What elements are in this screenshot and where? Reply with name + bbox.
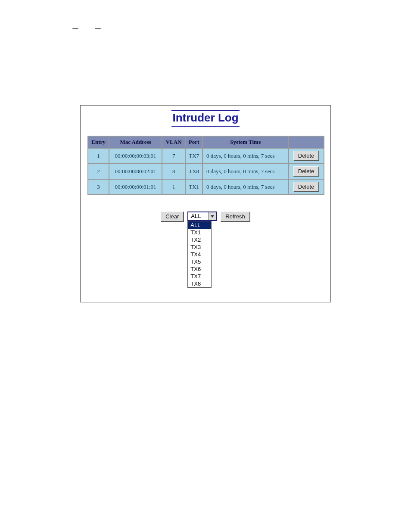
intruder-log-panel: Intruder Log Entry Mac Address VLAN Port…	[80, 105, 331, 302]
mark	[72, 28, 78, 29]
port-filter-dropdown: ALL TX1 TX2 TX3 TX4 TX5 TX6 TX7 TX8	[187, 221, 212, 288]
cell-vlan: 8	[162, 164, 185, 179]
delete-button[interactable]: Delete	[293, 166, 320, 177]
col-mac: Mac Address	[109, 137, 162, 148]
col-port: Port	[186, 137, 202, 148]
cell-mac: 00:00:00:00:03:01	[109, 149, 162, 163]
cell-port: TX7	[186, 149, 202, 163]
controls-bar: Clear ALL ALL TX1 TX2 TX3 TX4 T	[81, 212, 330, 222]
cell-entry: 2	[88, 164, 109, 179]
filter-option[interactable]: TX4	[188, 251, 211, 258]
cell-port: TX1	[186, 180, 202, 194]
mark	[95, 28, 101, 29]
filter-option[interactable]: ALL	[188, 221, 211, 229]
cell-time: 0 days, 0 hours, 0 mins, 7 secs	[203, 149, 288, 163]
col-vlan: VLAN	[162, 137, 185, 148]
filter-option[interactable]: TX5	[188, 258, 211, 265]
cell-time: 0 days, 0 hours, 0 mins, 7 secs	[203, 180, 288, 194]
cell-action: Delete	[289, 149, 324, 163]
filter-option[interactable]: TX7	[188, 273, 211, 280]
select-value: ALL	[188, 212, 208, 220]
cell-mac: 00:00:00:00:02:01	[109, 164, 162, 179]
filter-option[interactable]: TX3	[188, 243, 211, 251]
col-entry: Entry	[88, 137, 109, 148]
intruder-log-table: Entry Mac Address VLAN Port System Time …	[87, 136, 324, 195]
delete-button[interactable]: Delete	[293, 182, 320, 192]
port-filter-select[interactable]: ALL ALL TX1 TX2 TX3 TX4 TX5 TX6 TX7	[187, 212, 217, 221]
cell-vlan: 1	[162, 180, 185, 194]
filter-option[interactable]: TX1	[188, 229, 211, 236]
filter-option[interactable]: TX2	[188, 236, 211, 243]
table-row: 1 00:00:00:00:03:01 7 TX7 0 days, 0 hour…	[88, 149, 324, 163]
cell-port: TX8	[186, 164, 202, 179]
cell-entry: 3	[88, 180, 109, 194]
filter-option[interactable]: TX8	[188, 280, 211, 287]
controls-inner: Clear ALL ALL TX1 TX2 TX3 TX4 T	[159, 212, 252, 222]
page: Intruder Log Entry Mac Address VLAN Port…	[0, 0, 411, 532]
refresh-button[interactable]: Refresh	[221, 212, 250, 222]
select-box[interactable]: ALL	[187, 212, 217, 221]
cell-vlan: 7	[162, 149, 185, 163]
table-row: 3 00:00:00:00:01:01 1 TX1 0 days, 0 hour…	[88, 180, 324, 194]
filter-option[interactable]: TX6	[188, 265, 211, 273]
chevron-down-icon[interactable]	[208, 212, 216, 220]
svg-marker-0	[211, 215, 214, 218]
clear-button[interactable]: Clear	[161, 212, 184, 222]
table-header-row: Entry Mac Address VLAN Port System Time	[88, 137, 324, 148]
col-actions	[289, 137, 324, 148]
page-title: Intruder Log	[171, 110, 239, 127]
cell-mac: 00:00:00:00:01:01	[109, 180, 162, 194]
cell-action: Delete	[289, 164, 324, 179]
table-row: 2 00:00:00:00:02:01 8 TX8 0 days, 0 hour…	[88, 164, 324, 179]
cell-action: Delete	[289, 180, 324, 194]
col-time: System Time	[203, 137, 288, 148]
cell-time: 0 days, 0 hours, 0 mins, 7 secs	[203, 164, 288, 179]
delete-button[interactable]: Delete	[293, 151, 320, 161]
cell-entry: 1	[88, 149, 109, 163]
